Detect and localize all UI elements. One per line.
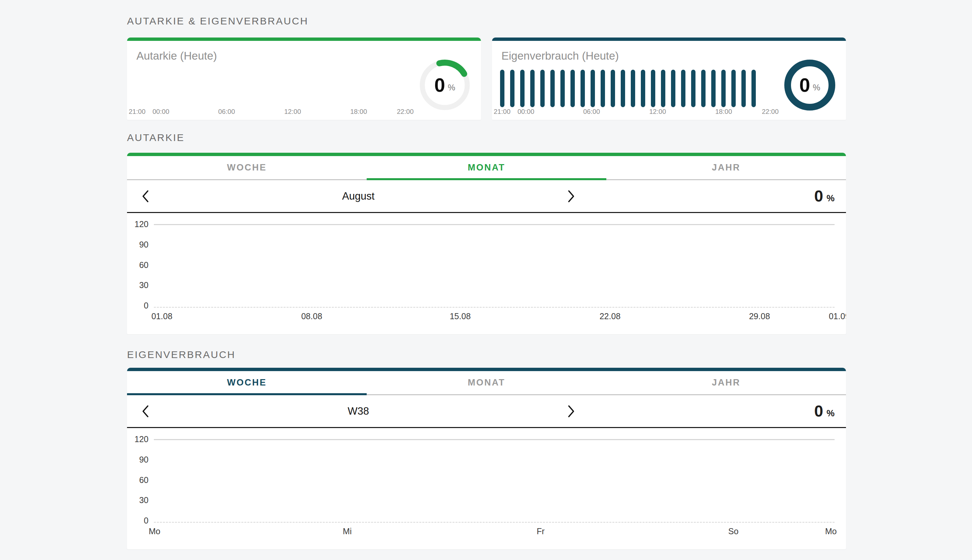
autarky-today-card: Autarkie (Heute) 0 % 21:00 00:00 06:00 1… <box>127 38 481 120</box>
x-tick: 01.09 <box>829 312 846 321</box>
consumption-bar <box>520 70 524 107</box>
tab-autarky-woche[interactable]: WOCHE <box>127 156 367 179</box>
time-tick: 00:00 <box>152 108 169 115</box>
time-tick: 00:00 <box>518 108 534 115</box>
consumption-bar <box>711 70 716 107</box>
autarky-today-time-axis: 21:00 00:00 06:00 12:00 18:00 22:00 <box>127 108 409 117</box>
consumption-bar <box>571 70 575 107</box>
autarky-today-value: 0 <box>434 75 445 95</box>
consumption-bar <box>550 70 555 107</box>
consumption-bar <box>641 70 645 107</box>
consumption-bar <box>621 70 625 107</box>
consumption-bar <box>701 70 706 107</box>
consumption-bar <box>752 70 756 107</box>
autarky-prev-period-button[interactable] <box>137 180 154 212</box>
self-consumption-pager: W38 <box>137 395 580 427</box>
section-title-autarkie: AUTARKIE <box>127 132 846 143</box>
x-tick: Mi <box>343 527 352 536</box>
tab-autarky-monat[interactable]: MONAT <box>367 156 606 179</box>
x-tick: Fr <box>537 527 544 536</box>
time-tick: 22:00 <box>762 108 778 115</box>
autarky-value-number: 0 <box>814 188 823 204</box>
y-tick: 120 <box>127 434 149 444</box>
consumption-bar <box>601 70 605 107</box>
y-tick: 60 <box>127 260 149 270</box>
self-consumption-period-label: W38 <box>154 405 563 417</box>
time-tick: 18:00 <box>350 108 367 115</box>
self-consumption-gauge-value: 0 % <box>783 58 837 112</box>
x-tick: 29.08 <box>749 312 770 321</box>
y-tick: 60 <box>127 475 149 485</box>
y-tick: 30 <box>127 280 149 290</box>
consumption-bar <box>510 70 514 107</box>
autarky-today-title: Autarkie (Heute) <box>137 50 217 62</box>
tab-autarky-jahr[interactable]: JAHR <box>606 156 846 179</box>
tab-self-consumption-monat[interactable]: MONAT <box>367 371 606 394</box>
y-tick: 120 <box>127 219 149 229</box>
energy-dashboard: AUTARKIE & EIGENVERBRAUCH Autarkie (Heut… <box>0 0 972 549</box>
consumption-bar <box>560 70 565 107</box>
consumption-bar <box>721 70 726 107</box>
x-tick: 15.08 <box>450 312 471 321</box>
autarky-gauge-value: 0 % <box>418 58 472 112</box>
today-cards-row: Autarkie (Heute) 0 % 21:00 00:00 06:00 1… <box>127 38 846 120</box>
gridline-120 <box>154 439 835 440</box>
section-title-autarkie-eigenverbrauch: AUTARKIE & EIGENVERBRAUCH <box>127 15 846 27</box>
autarky-period-nav: August 0 % <box>127 180 846 213</box>
time-tick: 06:00 <box>583 108 600 115</box>
autarky-chart: 120 90 60 30 0 01.08 08.08 15.08 22.08 2… <box>127 213 846 334</box>
today-bars <box>500 70 756 107</box>
consumption-bar <box>681 70 685 107</box>
time-tick: 18:00 <box>715 108 732 115</box>
autarky-value-unit: % <box>827 193 835 203</box>
autarky-period-value: 0 % <box>814 180 835 212</box>
y-tick: 30 <box>127 495 149 505</box>
time-tick: 12:00 <box>649 108 666 115</box>
autarky-period-label: August <box>154 190 563 202</box>
self-consumption-gauge: 0 % <box>783 58 837 112</box>
self-consumption-prev-period-button[interactable] <box>137 395 154 427</box>
chevron-left-icon <box>140 404 150 419</box>
tab-self-consumption-woche[interactable]: WOCHE <box>127 371 367 394</box>
section-title-eigenverbrauch: EIGENVERBRAUCH <box>127 349 846 360</box>
self-consumption-chart: 120 90 60 30 0 Mo Mi Fr So Mo <box>127 428 846 549</box>
self-consumption-value-number: 0 <box>814 403 823 419</box>
autarky-today-unit: % <box>448 83 455 92</box>
autarky-tabs: WOCHE MONAT JAHR <box>127 156 846 180</box>
y-tick: 90 <box>127 455 149 465</box>
self-consumption-next-period-button[interactable] <box>563 395 580 427</box>
gridline-120 <box>154 224 835 225</box>
self-consumption-today-time-axis: 21:00 00:00 06:00 12:00 18:00 22:00 <box>492 108 773 117</box>
consumption-bar <box>530 70 534 107</box>
self-consumption-period-nav: W38 0 % <box>127 395 846 428</box>
self-consumption-value-unit: % <box>827 408 835 419</box>
time-tick: 21:00 <box>129 108 145 115</box>
y-tick: 0 <box>127 300 149 310</box>
self-consumption-today-card: Eigenverbrauch (Heute) 0 % 21:00 00:00 0… <box>492 38 846 120</box>
consumption-bar <box>661 70 665 107</box>
x-tick: 22.08 <box>600 312 621 321</box>
time-tick: 06:00 <box>218 108 235 115</box>
autarky-pager: August <box>137 180 580 212</box>
consumption-bar <box>591 70 595 107</box>
y-tick: 0 <box>127 515 149 525</box>
consumption-bar <box>611 70 615 107</box>
self-consumption-today-unit: % <box>813 83 820 92</box>
time-tick: 21:00 <box>494 108 511 115</box>
self-consumption-period-card: WOCHE MONAT JAHR W38 0 % <box>127 368 846 549</box>
consumption-bar <box>691 70 695 107</box>
gridline-0-dashed <box>154 522 835 523</box>
tab-self-consumption-jahr[interactable]: JAHR <box>606 371 846 394</box>
x-tick: So <box>728 527 739 536</box>
consumption-bar <box>540 70 544 107</box>
x-tick: Mo <box>149 527 160 536</box>
chevron-right-icon <box>566 404 576 419</box>
chevron-left-icon <box>140 189 150 203</box>
consumption-bar <box>500 70 504 107</box>
autarky-period-card: WOCHE MONAT JAHR August 0 % <box>127 153 846 334</box>
self-consumption-today-value: 0 <box>799 75 810 95</box>
y-tick: 90 <box>127 240 149 250</box>
chevron-right-icon <box>566 189 576 203</box>
autarky-next-period-button[interactable] <box>563 180 580 212</box>
consumption-bar <box>671 70 675 107</box>
